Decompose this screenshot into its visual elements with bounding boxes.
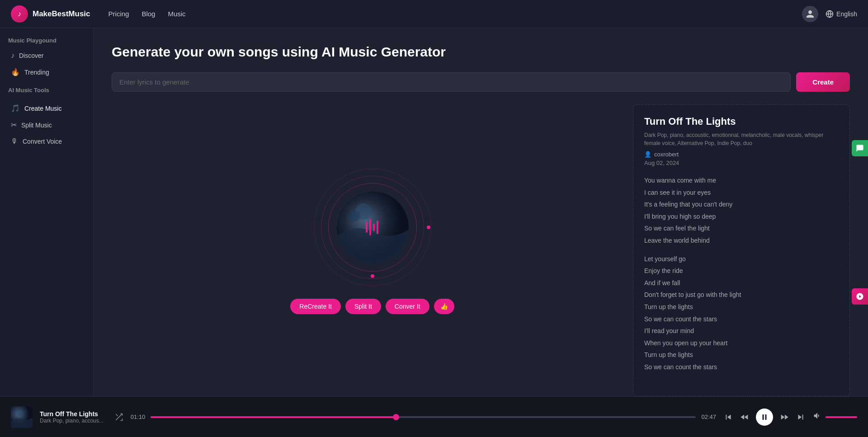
sidebar-item-create-music[interactable]: 🎵 Create Music [3, 100, 90, 117]
trending-icon: 🔥 [11, 68, 20, 76]
like-button[interactable]: 👍 [434, 299, 454, 314]
svg-rect-13 [763, 414, 764, 420]
lyrics-line: And if we fall [644, 277, 839, 289]
vinyl-container [314, 169, 431, 286]
split-music-icon: ✂ [11, 121, 17, 129]
lyrics-line: It's a feeling that you can't deny [644, 198, 839, 211]
nav-music[interactable]: Music [168, 10, 185, 18]
nav-pricing[interactable]: Pricing [108, 10, 129, 18]
sidebar: Music Playgound ♪ Discover 🔥 Trending AI… [0, 28, 94, 396]
sidebar-section-playground: Music Playgound [0, 37, 93, 47]
lyrics-panel: Turn Off The Lights Dark Pop, piano, acc… [633, 104, 850, 396]
player-info: Turn Off The Lights Dark Pop, piano, acc… [40, 410, 104, 424]
floating-feedback-button[interactable] [852, 140, 868, 156]
convert-button[interactable]: Conver It [386, 299, 429, 314]
author-icon: 👤 [644, 151, 651, 158]
discover-icon: ♪ [11, 52, 14, 60]
recreate-button[interactable]: ReCreate It [290, 299, 341, 314]
player-subtitle: Dark Pop, piano, accous... [40, 418, 104, 424]
volume-area [813, 411, 857, 423]
player-bar: Turn Off The Lights Dark Pop, piano, acc… [0, 396, 868, 437]
playback-controls [723, 409, 806, 426]
logo[interactable]: ♪ MakeBestMusic [11, 5, 90, 23]
sidebar-section-ai-tools: AI Music Tools [0, 87, 93, 97]
skip-forward-button[interactable] [796, 412, 806, 422]
page-title: Generate your own songs using AI Music G… [112, 44, 850, 60]
logo-icon: ♪ [11, 5, 28, 23]
lyrics-line: Don't forget to just go with the light [644, 289, 839, 301]
lyrics-line: Turn up the lights [644, 349, 839, 361]
svg-rect-14 [765, 414, 767, 420]
player-visual: ReCreate It Split It Conver It 👍 [112, 104, 633, 396]
split-button[interactable]: Split It [345, 299, 381, 314]
lyrics-line: So we can count the stars [644, 361, 839, 373]
sidebar-item-convert-voice[interactable]: 🎙 Convert Voice [3, 133, 90, 150]
fast-forward-button[interactable] [779, 412, 789, 422]
language-selector[interactable]: English [826, 10, 857, 18]
play-pause-button[interactable] [756, 409, 773, 426]
skip-back-button[interactable] [723, 412, 733, 422]
main-layout: Music Playgound ♪ Discover 🔥 Trending AI… [0, 28, 868, 396]
lyrics-line: Let yourself go [644, 253, 839, 265]
song-title: Turn Off The Lights [644, 116, 839, 127]
time-current: 01:10 [131, 414, 146, 420]
lyrics-line: So we can feel the light [644, 222, 839, 235]
progress-area: 01:10 02:47 [131, 414, 716, 420]
lyrics-line: Enjoy the ride [644, 265, 839, 277]
language-label: English [836, 10, 857, 18]
main-nav: Pricing Blog Music [108, 10, 186, 18]
svg-point-4 [349, 211, 360, 221]
header-right: English [802, 6, 857, 22]
song-date: Aug 02, 2024 [644, 160, 839, 166]
app-name: MakeBestMusic [33, 9, 90, 19]
action-buttons: ReCreate It Split It Conver It 👍 [290, 299, 454, 314]
floating-action-button[interactable] [852, 288, 868, 305]
progress-fill [151, 416, 396, 418]
song-tags: Dark Pop, piano, accoustic, emotionnal, … [644, 131, 839, 147]
volume-icon[interactable] [813, 411, 822, 423]
header: ♪ MakeBestMusic Pricing Blog Music Engli… [0, 0, 868, 28]
vinyl-center [336, 191, 409, 263]
lyrics-line: When you open up your heart [644, 337, 839, 349]
ring-dot-right [427, 226, 430, 229]
create-button[interactable]: Create [796, 72, 850, 92]
ring-dot-bottom [371, 274, 374, 278]
lyrics-line: Leave the world behind [644, 235, 839, 247]
progress-thumb [393, 414, 399, 420]
create-music-icon: 🎵 [11, 104, 20, 113]
lyrics-input[interactable] [112, 72, 791, 92]
user-avatar[interactable] [802, 6, 818, 22]
volume-fill [826, 416, 857, 418]
svg-rect-8 [377, 221, 378, 234]
rewind-button[interactable] [740, 412, 750, 422]
main-content: Generate your own songs using AI Music G… [94, 28, 868, 396]
vinyl-art [336, 191, 409, 263]
lyrics-line: I'll read your mind [644, 325, 839, 337]
lyrics-break [644, 247, 839, 253]
lyrics-line: Turn up the lights [644, 301, 839, 313]
nav-blog[interactable]: Blog [142, 10, 155, 18]
progress-bar[interactable] [151, 416, 696, 418]
svg-rect-7 [373, 224, 375, 231]
lyrics-line: I can see it in your eyes [644, 187, 839, 199]
lyrics-line: So we can count the stars [644, 313, 839, 325]
svg-point-10 [17, 410, 23, 416]
svg-line-12 [116, 414, 118, 416]
volume-bar[interactable] [826, 416, 857, 418]
convert-voice-icon: 🎙 [11, 137, 18, 146]
shuffle-button[interactable] [114, 413, 123, 422]
time-total: 02:47 [701, 414, 716, 420]
lyrics-line: You wanna come with me [644, 174, 839, 187]
sidebar-item-trending[interactable]: 🔥 Trending [3, 64, 90, 80]
sidebar-item-split-music[interactable]: ✂ Split Music [3, 117, 90, 133]
player-thumbnail [11, 406, 33, 428]
lyrics-input-row: Create [112, 72, 850, 92]
lyrics-line: I'll bring you high so deep [644, 211, 839, 223]
player-title: Turn Off The Lights [40, 410, 104, 418]
svg-rect-6 [369, 219, 371, 235]
lyrics-content: You wanna come with meI can see it in yo… [644, 174, 839, 373]
sidebar-item-discover[interactable]: ♪ Discover [3, 47, 90, 64]
svg-rect-5 [366, 222, 368, 233]
player-section: ReCreate It Split It Conver It 👍 Turn Of… [112, 104, 850, 396]
song-author: 👤 coxrobert [644, 151, 839, 158]
